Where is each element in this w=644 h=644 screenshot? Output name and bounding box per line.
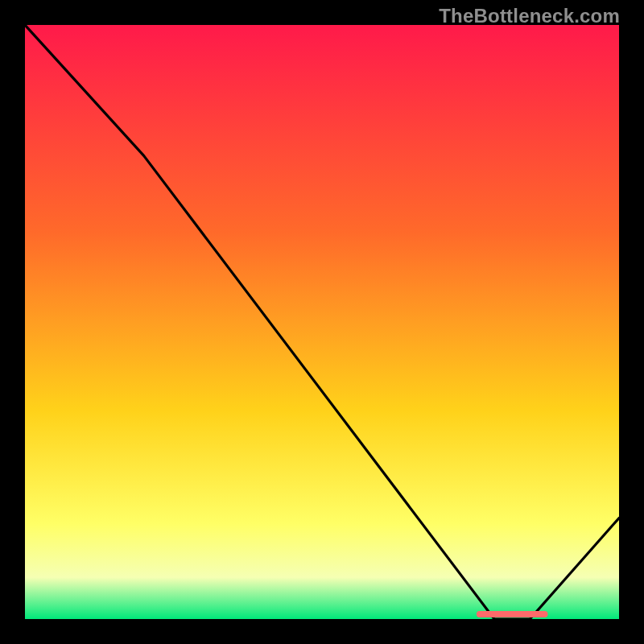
optimum-marker [477,611,548,617]
watermark-text: TheBottleneck.com [439,5,620,27]
gradient-background [25,25,619,619]
plot-area [25,25,619,619]
chart-stage: TheBottleneck.com [0,0,644,644]
chart-svg [25,25,619,619]
